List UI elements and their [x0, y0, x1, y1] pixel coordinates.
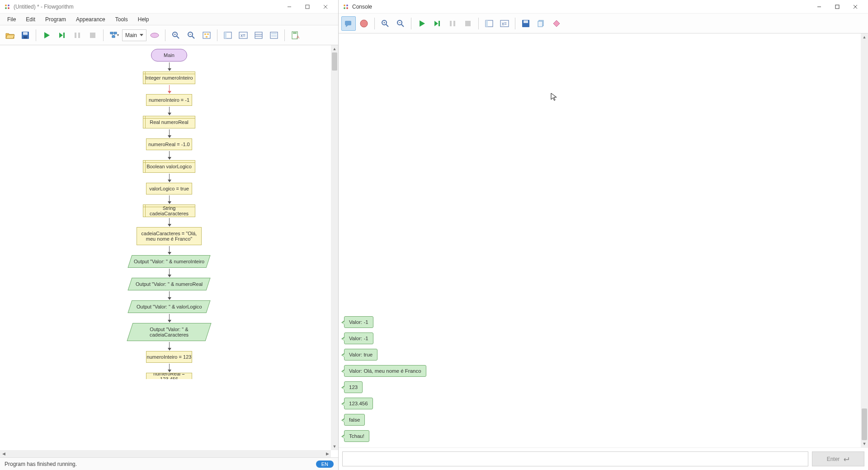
scroll-up-icon[interactable]: ▲ — [331, 45, 338, 52]
output-line: 123.456 — [344, 398, 373, 409]
scroll-down-icon[interactable]: ▼ — [331, 443, 338, 450]
console-input[interactable] — [342, 451, 808, 466]
svg-rect-18 — [114, 32, 117, 34]
function-selector[interactable]: Main — [122, 29, 146, 41]
variables-button[interactable]: x= — [497, 16, 512, 31]
save-button[interactable] — [18, 28, 33, 43]
pause-button[interactable] — [70, 28, 85, 43]
menu-program[interactable]: Program — [41, 15, 71, 24]
vertical-scrollbar[interactable]: ▲ ▼ — [861, 33, 868, 447]
svg-point-0 — [5, 5, 7, 6]
output-node[interactable]: Output "Valor: " & numeroInteiro — [127, 255, 210, 268]
terminal-main[interactable]: Main — [151, 49, 187, 62]
flowchart-column: Main Integer numeroInteiro numeroInteiro… — [130, 49, 208, 379]
panel4-button[interactable] — [267, 28, 281, 43]
menubar: File Edit Program Appearance Tools Help — [0, 14, 338, 25]
close-button[interactable] — [316, 0, 335, 14]
step-button[interactable] — [430, 16, 444, 31]
output-node[interactable]: Output "Valor: " & valorLogico — [127, 300, 210, 313]
layout-button[interactable]: ▾ — [107, 28, 121, 43]
pause-button[interactable] — [445, 16, 460, 31]
flow-arrow — [169, 314, 170, 322]
stop-button[interactable] — [461, 16, 475, 31]
add-shape-button[interactable] — [147, 28, 162, 43]
scroll-up-icon[interactable]: ▲ — [861, 33, 868, 41]
clear-button[interactable] — [549, 16, 564, 31]
assign-node[interactable]: cadeiaCaracteres = "Olá, meu nome é Fran… — [137, 227, 202, 245]
output-node[interactable]: Output "Valor: " & cadeiaCaracteres — [127, 323, 212, 341]
separator — [217, 29, 217, 41]
output-node[interactable]: Output "Valor: " & numeroReal — [127, 278, 210, 290]
svg-rect-68 — [450, 21, 452, 26]
svg-marker-56 — [346, 25, 348, 27]
assign-node[interactable]: numeroInteiro = 123 — [146, 351, 192, 363]
zoom-out-button[interactable] — [393, 16, 408, 31]
language-pill[interactable]: EN — [316, 461, 334, 468]
svg-rect-33 — [206, 36, 208, 38]
menu-appearance[interactable]: Appearance — [71, 15, 110, 24]
svg-rect-42 — [271, 33, 277, 34]
svg-rect-14 — [75, 33, 76, 38]
zoom-in-button[interactable] — [378, 16, 392, 31]
menu-help[interactable]: Help — [133, 15, 154, 24]
flow-arrow — [169, 364, 170, 372]
output-line: Valor: true — [344, 349, 377, 361]
enter-button[interactable]: Enter — [812, 451, 864, 466]
view-chat-button[interactable] — [341, 16, 356, 31]
menu-tools[interactable]: Tools — [111, 15, 132, 24]
minimize-button[interactable] — [810, 0, 828, 14]
declare-node[interactable]: Integer numeroInteiro — [143, 71, 195, 84]
panel1-button[interactable] — [221, 28, 235, 43]
run-button[interactable] — [39, 28, 54, 43]
zoom-out-button[interactable] — [184, 28, 198, 43]
editor-titlebar: (Untitled) * - Flowgorithm — [0, 0, 338, 14]
assign-node[interactable]: numeroInteiro = -1 — [146, 94, 192, 106]
svg-point-57 — [360, 20, 368, 27]
maximize-button[interactable] — [828, 0, 846, 14]
maximize-button[interactable] — [298, 0, 316, 14]
output-line: Valor: -1 — [344, 332, 373, 344]
open-button[interactable] — [3, 28, 17, 43]
svg-marker-12 — [59, 33, 63, 38]
flowchart-canvas[interactable]: Main Integer numeroInteiro numeroInteiro… — [0, 45, 338, 457]
assign-node[interactable]: valorLogico = true — [146, 183, 192, 195]
run-button[interactable] — [415, 16, 429, 31]
variables-button[interactable]: x= — [236, 28, 250, 43]
vertical-scrollbar[interactable]: ▲ ▼ — [331, 45, 338, 450]
console-output[interactable]: Valor: -1 Valor: -1 Valor: true Valor: O… — [339, 33, 868, 447]
assign-node-cutoff[interactable]: numeroReal = 123.456 — [146, 373, 192, 379]
menu-file[interactable]: File — [3, 15, 20, 24]
export-button[interactable]: A — [288, 28, 302, 43]
stop-button[interactable] — [85, 28, 100, 43]
menu-edit[interactable]: Edit — [21, 15, 40, 24]
minimize-button[interactable] — [280, 0, 298, 14]
separator — [374, 18, 375, 29]
declare-node[interactable]: String cadeiaCaracteres — [143, 204, 195, 217]
panel1-button[interactable] — [482, 16, 496, 31]
zoom-in-button[interactable] — [169, 28, 183, 43]
scroll-thumb[interactable] — [332, 52, 337, 71]
step-button[interactable] — [55, 28, 69, 43]
zoom-fit-button[interactable] — [199, 28, 214, 43]
view-text-button[interactable] — [357, 16, 371, 31]
svg-point-49 — [344, 7, 345, 9]
scroll-thumb[interactable] — [862, 408, 867, 440]
assign-node[interactable]: numeroReal = -1.0 — [146, 138, 192, 150]
scroll-down-icon[interactable]: ▼ — [861, 440, 868, 447]
declare-node[interactable]: Boolean valorLogico — [143, 160, 195, 173]
scroll-right-icon[interactable]: ▶ — [324, 450, 331, 457]
output-line: false — [344, 414, 365, 426]
copy-button[interactable] — [534, 16, 548, 31]
close-button[interactable] — [846, 0, 864, 14]
console-toolbar: x= — [339, 14, 868, 33]
app-icon — [4, 3, 11, 10]
panel3-button[interactable] — [251, 28, 266, 43]
flow-arrow — [169, 62, 170, 71]
save-output-button[interactable] — [519, 16, 533, 31]
horizontal-scrollbar[interactable]: ◀ ▶ — [0, 450, 331, 457]
scroll-left-icon[interactable]: ◀ — [0, 450, 7, 457]
separator — [478, 18, 479, 29]
svg-rect-67 — [439, 21, 440, 26]
svg-rect-72 — [486, 20, 488, 27]
declare-node[interactable]: Real numeroReal — [143, 116, 195, 128]
